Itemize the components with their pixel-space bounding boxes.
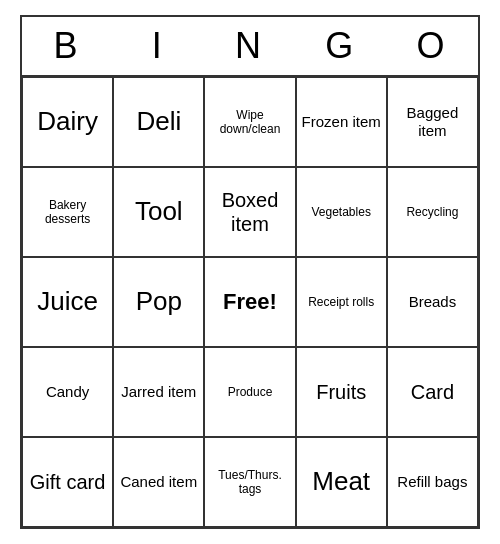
cell-r4-c2: Tues/Thurs. tags [204,437,295,527]
cell-r2-c0: Juice [22,257,113,347]
cell-r1-c1: Tool [113,167,204,257]
header-letter: G [296,17,387,75]
header-letter: B [22,17,113,75]
cell-r4-c0: Gift card [22,437,113,527]
cell-r4-c4: Refill bags [387,437,478,527]
cell-r2-c2: Free! [204,257,295,347]
bingo-card: BINGO DairyDeliWipe down/cleanFrozen ite… [20,15,480,529]
cell-r3-c0: Candy [22,347,113,437]
bingo-header: BINGO [22,17,478,77]
cell-r1-c3: Vegetables [296,167,387,257]
cell-r3-c1: Jarred item [113,347,204,437]
cell-r0-c2: Wipe down/clean [204,77,295,167]
bingo-grid: DairyDeliWipe down/cleanFrozen itemBagge… [22,77,478,527]
cell-r3-c4: Card [387,347,478,437]
cell-r0-c4: Bagged item [387,77,478,167]
cell-r2-c1: Pop [113,257,204,347]
cell-r1-c2: Boxed item [204,167,295,257]
header-letter: O [387,17,478,75]
cell-r3-c3: Fruits [296,347,387,437]
cell-r0-c3: Frozen item [296,77,387,167]
cell-r1-c0: Bakery desserts [22,167,113,257]
cell-r0-c1: Deli [113,77,204,167]
cell-r1-c4: Recycling [387,167,478,257]
cell-r2-c3: Receipt rolls [296,257,387,347]
cell-r4-c3: Meat [296,437,387,527]
header-letter: I [113,17,204,75]
header-letter: N [204,17,295,75]
cell-r4-c1: Caned item [113,437,204,527]
cell-r0-c0: Dairy [22,77,113,167]
cell-r2-c4: Breads [387,257,478,347]
cell-r3-c2: Produce [204,347,295,437]
